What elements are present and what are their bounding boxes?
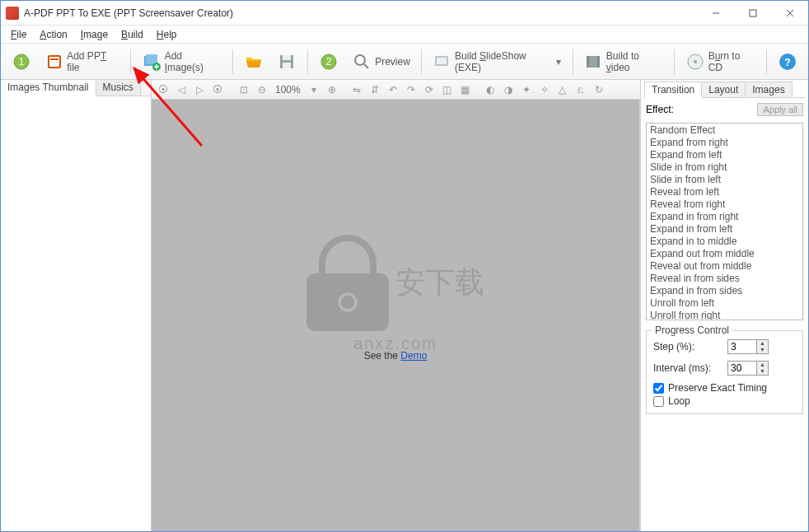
- step-up-icon[interactable]: ▲: [757, 340, 768, 347]
- apply-all-button[interactable]: Apply all: [757, 103, 803, 116]
- interval-spinner[interactable]: ▲▼: [727, 361, 769, 376]
- effect-item[interactable]: Expand in from sides: [648, 285, 801, 297]
- canvas-toolbar: ⦿ ◁ ▷ ⦿ ⊡ ⊖ 100% ▾ ⊕ ⇋ ⇵ ↶ ↷ ⟳ ◫ ▦ ◐ ◑ ✦…: [152, 80, 640, 100]
- add-ppt-button[interactable]: Add PPT file: [39, 46, 125, 77]
- svg-rect-1: [750, 10, 756, 16]
- tab-musics[interactable]: Musics: [96, 80, 141, 96]
- magnifier-icon: [352, 52, 372, 72]
- open-button[interactable]: [238, 48, 269, 76]
- add-images-button[interactable]: Add Image(s): [136, 46, 227, 77]
- effect-item[interactable]: Expand out from middle: [648, 248, 801, 260]
- triangle-icon[interactable]: △: [554, 82, 571, 98]
- svg-point-19: [355, 55, 365, 65]
- add-ppt-label: Add PPT file: [67, 50, 119, 73]
- tab-images-thumbnail[interactable]: Images Thumbnail: [1, 80, 96, 96]
- step-spinner[interactable]: ▲▼: [727, 339, 769, 354]
- effect-label: Effect:: [646, 104, 674, 115]
- watermark: 安下载 anxz.com: [306, 235, 484, 353]
- build-slideshow-button[interactable]: Build SlideShow (EXE)▾: [427, 46, 568, 77]
- build-video-label: Build to video: [606, 50, 664, 73]
- first-button[interactable]: ⦿: [155, 82, 171, 98]
- interval-down-icon[interactable]: ▼: [757, 368, 768, 375]
- effect-item[interactable]: Unroll from right: [648, 310, 801, 320]
- effect-b-icon[interactable]: ✧: [536, 82, 553, 98]
- effect-item[interactable]: Expand in from left: [648, 223, 801, 236]
- menu-action[interactable]: Action: [33, 27, 73, 42]
- tab-images[interactable]: Images: [745, 82, 792, 97]
- toolbar-separator: [421, 49, 422, 74]
- interval-up-icon[interactable]: ▲: [757, 362, 768, 368]
- step-down-icon[interactable]: ▼: [757, 347, 768, 353]
- zoom-in-button[interactable]: ⊕: [324, 82, 340, 98]
- loop-label: Loop: [668, 395, 690, 407]
- effect-list[interactable]: Random EffectExpand from rightExpand fro…: [646, 123, 803, 320]
- loop-checkbox[interactable]: [653, 396, 664, 407]
- zoom-out-button[interactable]: ⊖: [254, 82, 270, 98]
- add-images-label: Add Image(s): [165, 50, 222, 73]
- menu-image[interactable]: Image: [74, 27, 115, 42]
- build-slideshow-label: Build SlideShow (EXE): [455, 50, 552, 73]
- contrast-icon[interactable]: ◐: [482, 82, 498, 98]
- toolbar-separator: [307, 49, 308, 74]
- last-button[interactable]: ⦿: [209, 82, 226, 98]
- effect-item[interactable]: Slide in from left: [648, 174, 801, 186]
- effect-item[interactable]: Expand from right: [648, 137, 801, 149]
- prev-button[interactable]: ◁: [173, 82, 189, 98]
- effect-a-icon[interactable]: ✦: [518, 82, 535, 98]
- crop-icon[interactable]: ◫: [439, 82, 456, 98]
- menu-build[interactable]: Build: [115, 27, 150, 42]
- help-button[interactable]: ?: [772, 48, 803, 76]
- save-button[interactable]: [271, 48, 302, 76]
- brightness-icon[interactable]: ◑: [500, 82, 517, 98]
- effect-item[interactable]: Expand in to middle: [648, 236, 801, 248]
- zoom-dropdown[interactable]: ▾: [306, 82, 322, 98]
- minimize-button[interactable]: [697, 1, 734, 25]
- progress-legend: Progress Control: [652, 324, 732, 336]
- toolbar-separator: [573, 49, 573, 74]
- select-icon[interactable]: ▦: [457, 82, 474, 98]
- menubar: File Action Image Build Help: [1, 26, 808, 44]
- tab-layout[interactable]: Layout: [701, 82, 746, 97]
- preview-label: Preview: [375, 56, 410, 68]
- ppt-file-icon: [44, 52, 63, 72]
- chevron-down-icon[interactable]: ▾: [555, 52, 562, 72]
- preserve-timing-checkbox[interactable]: [653, 383, 664, 394]
- tab-transition[interactable]: Transition: [644, 82, 702, 98]
- next-button[interactable]: ▷: [191, 82, 208, 98]
- build-video-button[interactable]: Build to video: [578, 46, 670, 77]
- effect-item[interactable]: Reveal out from middle: [648, 260, 801, 273]
- effect-item[interactable]: Expand in from right: [648, 211, 801, 223]
- menu-help[interactable]: Help: [150, 27, 184, 42]
- preview-button[interactable]: Preview: [346, 48, 416, 76]
- left-pane: Images Thumbnail Musics: [1, 80, 152, 531]
- nav-start-button[interactable]: 1: [6, 48, 37, 76]
- effect-item[interactable]: Reveal from right: [648, 198, 801, 211]
- effect-item[interactable]: Reveal in from sides: [648, 273, 801, 285]
- fit-width-icon[interactable]: ⊡: [236, 82, 252, 98]
- nav-two-button[interactable]: 2: [313, 48, 344, 76]
- help-icon: ?: [778, 52, 797, 72]
- effect-item[interactable]: Slide in from right: [648, 161, 801, 174]
- main-toolbar: 1 Add PPT file Add Image(s) 2 Preview Bu…: [1, 44, 808, 80]
- rotate-free-icon[interactable]: ⟳: [421, 82, 437, 98]
- flip-v-icon[interactable]: ⇵: [367, 82, 383, 98]
- undo-icon[interactable]: ⎌: [573, 82, 589, 98]
- step-input[interactable]: [728, 340, 756, 353]
- effect-item[interactable]: Expand from left: [648, 149, 801, 161]
- redo-icon[interactable]: ↻: [591, 82, 607, 98]
- maximize-button[interactable]: [734, 1, 771, 25]
- rotate-right-icon[interactable]: ↷: [403, 82, 419, 98]
- effect-item[interactable]: Unroll from left: [648, 297, 801, 310]
- menu-file[interactable]: File: [4, 27, 33, 42]
- app-icon: [6, 7, 19, 20]
- demo-link[interactable]: Demo: [400, 350, 427, 362]
- effect-item[interactable]: Random Effect: [648, 124, 801, 137]
- interval-input[interactable]: [728, 362, 756, 375]
- cd-icon: [685, 52, 704, 72]
- close-button[interactable]: [771, 1, 808, 25]
- floppy-save-icon: [277, 52, 297, 72]
- burn-cd-button[interactable]: Burn to CD: [680, 46, 761, 77]
- flip-h-icon[interactable]: ⇋: [348, 82, 365, 98]
- effect-item[interactable]: Reveal from left: [648, 186, 801, 198]
- rotate-left-icon[interactable]: ↶: [385, 82, 401, 98]
